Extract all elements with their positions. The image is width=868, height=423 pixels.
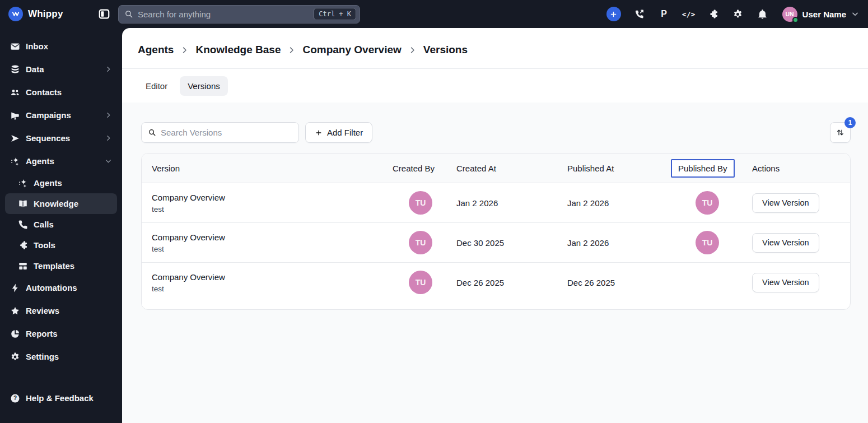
sparkles-icon: [18, 178, 28, 188]
tab-versions[interactable]: Versions: [180, 76, 228, 96]
p-icon: P: [661, 9, 667, 19]
integrations-button[interactable]: [704, 4, 723, 24]
version-description: test: [152, 245, 393, 253]
pie-chart-icon: [10, 329, 20, 339]
published-by-cell: TU: [670, 231, 744, 254]
add-filter-button[interactable]: Add Filter: [305, 122, 372, 143]
p-shortcut-button[interactable]: P: [655, 4, 674, 24]
sidebar-item-label: Templates: [34, 261, 74, 271]
published-at-cell: Dec 26 2025: [559, 278, 670, 287]
sparkles-icon: [10, 156, 20, 166]
sidebar-item-label: Campaigns: [26, 110, 71, 120]
sidebar-item-label: Knowledge: [34, 199, 78, 208]
code-icon: </>: [682, 10, 695, 18]
whippy-logo-icon: [8, 7, 23, 21]
versions-panel: Add Filter 1 Version Created By Created …: [122, 103, 868, 423]
version-cell: Company Overview test: [142, 233, 393, 253]
global-search[interactable]: Ctrl + K: [118, 5, 360, 24]
notifications-button[interactable]: [753, 4, 772, 24]
main-content: Agents Knowledge Base Company Overview V…: [122, 28, 868, 423]
versions-search-input[interactable]: [161, 128, 292, 137]
versions-search[interactable]: [141, 122, 299, 143]
breadcrumb-item-agents[interactable]: Agents: [138, 44, 174, 56]
created-by-cell: TU: [393, 231, 449, 254]
plus-icon: [609, 10, 618, 18]
bell-icon: [757, 9, 768, 20]
focus-ring[interactable]: Published By: [671, 159, 735, 178]
sidebar-item-tools[interactable]: Tools: [5, 235, 117, 255]
chevron-right-icon: [105, 134, 112, 142]
gear-icon: [732, 9, 743, 20]
sidebar-item-knowledge[interactable]: Knowledge: [5, 193, 117, 214]
sidebar-item-inbox[interactable]: Inbox: [5, 35, 117, 58]
column-header-created-by[interactable]: Created By: [393, 164, 449, 173]
avatar-initials: UN: [786, 11, 794, 17]
contacts-icon: [10, 87, 20, 97]
search-icon: [148, 128, 156, 137]
sidebar-item-label: Calls: [34, 220, 54, 229]
column-header-created-at[interactable]: Created At: [449, 164, 559, 173]
sort-button[interactable]: 1: [830, 122, 851, 143]
table-row: Company Overview test TU Dec 30 2025 Jan…: [142, 223, 850, 263]
view-version-button[interactable]: View Version: [752, 193, 819, 213]
sidebar-item-automations[interactable]: Automations: [5, 276, 117, 299]
inbox-icon: [10, 41, 20, 52]
profile-menu[interactable]: UN User Name: [782, 7, 859, 22]
developer-button[interactable]: </>: [679, 4, 698, 24]
breadcrumb-item-knowledge-base[interactable]: Knowledge Base: [195, 44, 281, 56]
create-new-button[interactable]: [606, 7, 621, 21]
search-icon: [124, 10, 133, 18]
table-row: Company Overview test TU Jan 2 2026 Jan …: [142, 183, 850, 223]
view-version-button[interactable]: View Version: [752, 273, 819, 292]
send-icon: [10, 133, 20, 143]
sidebar-item-templates[interactable]: Templates: [5, 255, 117, 276]
phone-icon: [18, 220, 28, 230]
sidebar-item-settings[interactable]: Settings: [5, 345, 117, 368]
sidebar-item-calls[interactable]: Calls: [5, 214, 117, 235]
sidebar-item-label: Reviews: [26, 306, 59, 315]
chevron-right-icon: [105, 66, 112, 73]
sidebar-item-agents[interactable]: Agents: [5, 150, 117, 173]
add-filter-label: Add Filter: [327, 128, 363, 137]
sort-count-badge: 1: [844, 117, 856, 128]
published-at-cell: Jan 2 2026: [559, 198, 670, 208]
settings-button[interactable]: [729, 4, 748, 24]
version-name: Company Overview: [152, 193, 393, 202]
tab-editor[interactable]: Editor: [138, 76, 175, 96]
help-icon: [10, 393, 20, 403]
global-search-input[interactable]: [138, 10, 309, 19]
sidebar-item-reports[interactable]: Reports: [5, 322, 117, 345]
table-header-row: Version Created By Created At Published …: [142, 154, 850, 183]
avatar: UN: [782, 7, 797, 22]
version-name: Company Overview: [152, 272, 393, 282]
sidebar: Inbox Data Contacts Campaigns Sequences …: [0, 28, 122, 423]
brand-name: Whippy: [28, 8, 63, 20]
sidebar-collapse-button[interactable]: [98, 8, 110, 20]
version-description: test: [152, 205, 393, 213]
sidebar-item-agents-child[interactable]: Agents: [5, 173, 117, 193]
avatar: TU: [696, 231, 719, 254]
calls-button[interactable]: [630, 4, 649, 24]
view-version-button[interactable]: View Version: [752, 233, 819, 253]
sidebar-item-contacts[interactable]: Contacts: [5, 81, 117, 104]
sidebar-item-reviews[interactable]: Reviews: [5, 299, 117, 322]
sidebar-item-label: Sequences: [26, 133, 70, 143]
brand[interactable]: Whippy: [8, 7, 98, 21]
bolt-icon: [10, 283, 20, 293]
column-header-published-at[interactable]: Published At: [559, 164, 670, 173]
column-header-version[interactable]: Version: [142, 164, 393, 173]
breadcrumb-item-company-overview[interactable]: Company Overview: [302, 44, 401, 56]
column-header-actions: Actions: [744, 164, 850, 173]
online-status-dot: [792, 17, 799, 23]
book-icon: [18, 199, 28, 209]
published-by-cell: TU: [670, 191, 744, 215]
panel-icon: [98, 8, 110, 20]
sidebar-item-label: Reports: [26, 329, 58, 338]
sidebar-item-campaigns[interactable]: Campaigns: [5, 104, 117, 127]
tab-bar: Editor Versions: [122, 68, 868, 103]
column-header-published-by[interactable]: Published By: [670, 159, 744, 178]
sidebar-item-data[interactable]: Data: [5, 58, 117, 81]
sidebar-item-sequences[interactable]: Sequences: [5, 127, 117, 150]
published-at-cell: Jan 2 2026: [559, 238, 670, 248]
sidebar-item-help-feedback[interactable]: Help & Feedback: [5, 387, 117, 410]
